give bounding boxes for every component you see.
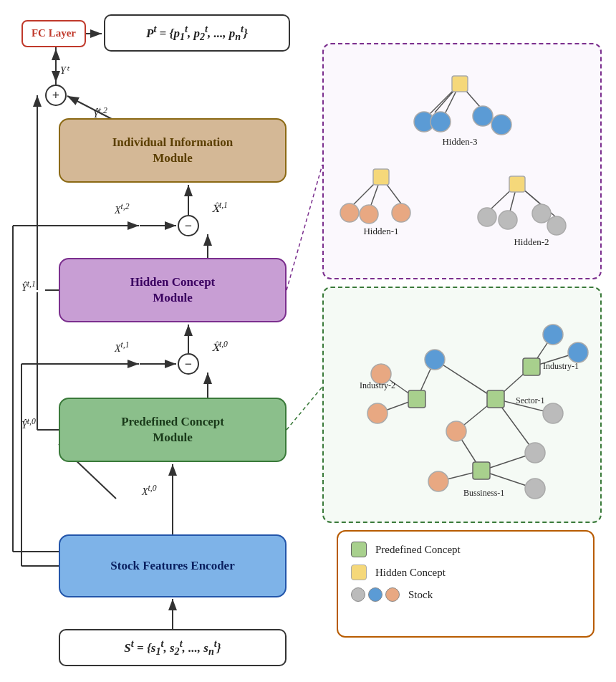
svg-point-79	[367, 403, 388, 423]
legend-box: Predefined Concept Hidden Concept Stock	[337, 530, 595, 638]
pt-formula-box: Pt = {p1t, p2t, ..., pnt}	[104, 14, 290, 52]
svg-line-26	[287, 165, 322, 290]
svg-text:Hidden-2: Hidden-2	[514, 236, 549, 247]
svg-rect-86	[408, 390, 425, 408]
predefined-concept-icon	[351, 542, 367, 557]
stock-orange-circle	[385, 587, 400, 602]
svg-text:Industry-2: Industry-2	[360, 380, 395, 390]
minus-symbol-2: −	[185, 357, 192, 372]
predefined-concept-panel: Sector-1 Industry-1 Industry-2 Bussiness…	[322, 287, 602, 523]
minus-operator-1: −	[178, 215, 199, 236]
svg-point-44	[340, 203, 359, 222]
sfe-box: Stock Features Encoder	[59, 534, 287, 597]
hidden2-graph: Hidden-2	[463, 148, 607, 256]
pt-formula-label: Pt = {p1t, p2t, ..., pnt}	[146, 22, 248, 43]
svg-point-36	[430, 112, 451, 132]
svg-point-37	[473, 106, 493, 126]
svg-point-77	[568, 342, 588, 362]
legend-stock: Stock	[351, 587, 580, 602]
svg-rect-43	[373, 169, 389, 185]
iim-box: Individual InformationModule	[59, 118, 287, 183]
svg-rect-34	[452, 76, 468, 92]
stock-gray-circle	[351, 587, 365, 602]
predefined-concept-label: Predefined Concept	[375, 544, 461, 556]
minus-operator-2: −	[178, 353, 199, 375]
yhat-t0-label: Ŷt,0	[21, 417, 36, 431]
sfe-label: Stock Features Encoder	[110, 558, 234, 574]
iim-label: Individual InformationModule	[112, 135, 234, 166]
svg-point-76	[543, 325, 563, 345]
svg-text:Industry-1: Industry-1	[543, 361, 579, 371]
svg-point-53	[478, 208, 496, 226]
legend-predefined: Predefined Concept	[351, 542, 580, 557]
svg-line-25	[45, 150, 59, 290]
svg-point-72	[425, 350, 445, 370]
svg-rect-52	[509, 176, 525, 192]
svg-point-80	[428, 471, 448, 491]
legend-hidden: Hidden Concept	[351, 565, 580, 580]
pcm-label: Predefined ConceptModule	[121, 414, 224, 446]
svg-point-46	[392, 203, 410, 222]
hcm-label: Hidden ConceptModule	[130, 274, 216, 306]
svg-rect-84	[523, 358, 540, 375]
hidden1-graph: Hidden-1	[331, 148, 474, 256]
svg-point-54	[499, 211, 517, 229]
hidden-concept-icon	[351, 565, 367, 580]
xhat-t0-label: X̂t,0	[212, 340, 228, 354]
svg-text:Hidden-1: Hidden-1	[363, 226, 398, 236]
pcm-box: Predefined ConceptModule	[59, 398, 287, 462]
st-formula-box: St = {s1t, s2t, ..., snt}	[59, 629, 287, 666]
svg-line-27	[287, 387, 322, 430]
hidden-concept-label: Hidden Concept	[375, 567, 446, 579]
svg-rect-88	[473, 462, 490, 479]
svg-text:Hidden-3: Hidden-3	[442, 136, 477, 147]
svg-text:Sector-1: Sector-1	[516, 395, 544, 405]
st-formula-label: St = {s1t, s2t, ..., snt}	[124, 637, 221, 658]
stock-circles	[351, 587, 403, 602]
svg-point-81	[525, 479, 545, 499]
stock-blue-circle	[368, 587, 382, 602]
diagram-container: FC Layer Pt = {p1t, p2t, ..., pnt} + Yᵗ …	[0, 0, 616, 682]
svg-point-38	[491, 115, 511, 135]
svg-point-56	[547, 216, 566, 235]
hidden3-graph: Hidden-3	[324, 44, 603, 152]
svg-rect-82	[487, 390, 504, 408]
svg-point-74	[543, 403, 563, 423]
svg-text:Bussiness-1: Bussiness-1	[463, 488, 504, 498]
yt-label: Yᵗ	[60, 64, 69, 77]
hidden-concept-panel: Hidden-3 Hidden-1 Hidden-2	[322, 43, 602, 279]
xt2-label: Xt,2	[115, 202, 130, 216]
minus-symbol-1: −	[185, 218, 192, 234]
xhat-t1-label: X̂t,1	[212, 201, 228, 215]
xt1-label: Xt,1	[115, 340, 130, 355]
svg-point-55	[532, 204, 551, 223]
yhat-t1-label: Ŷt,1	[21, 279, 36, 294]
fc-layer-box: FC Layer	[21, 20, 86, 47]
fc-layer-label: FC Layer	[32, 27, 76, 41]
hcm-box: Hidden ConceptModule	[59, 258, 287, 322]
plus-operator: +	[45, 85, 67, 106]
svg-point-45	[360, 205, 378, 224]
predefined-graph: Sector-1 Industry-1 Industry-2 Bussiness…	[324, 288, 603, 524]
plus-symbol: +	[52, 88, 59, 103]
xt0-label: Xt,0	[142, 484, 157, 498]
svg-point-73	[446, 421, 466, 441]
svg-point-75	[525, 443, 545, 463]
stock-label: Stock	[408, 589, 433, 601]
